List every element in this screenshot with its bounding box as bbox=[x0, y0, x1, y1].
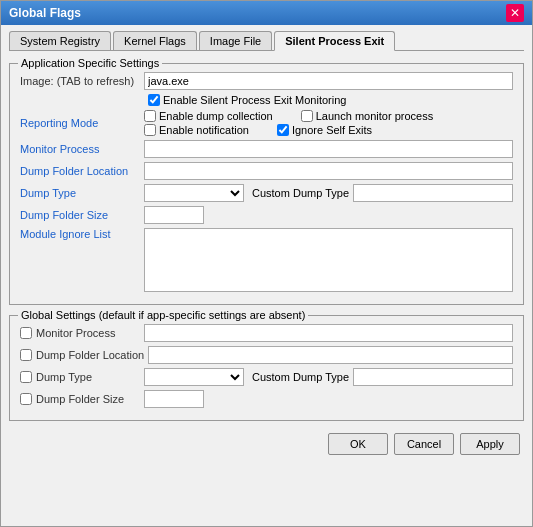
global-monitor-cb-label: Monitor Process bbox=[20, 327, 140, 339]
module-ignore-textarea[interactable] bbox=[144, 228, 513, 292]
global-dump-folder-size-cb-label: Dump Folder Size bbox=[20, 393, 140, 405]
tab-kernel-flags[interactable]: Kernel Flags bbox=[113, 31, 197, 50]
enable-dump-checkbox[interactable] bbox=[144, 110, 156, 122]
ignore-self-checkbox[interactable] bbox=[277, 124, 289, 136]
reporting-mode-row: Reporting Mode Enable dump collection La… bbox=[20, 110, 513, 136]
title-bar: Global Flags ✕ bbox=[1, 1, 532, 25]
tab-silent-process-exit[interactable]: Silent Process Exit bbox=[274, 31, 395, 51]
global-settings-title: Global Settings (default if app-specific… bbox=[18, 309, 308, 321]
reporting-line1: Enable dump collection Launch monitor pr… bbox=[144, 110, 433, 122]
global-dump-type-select[interactable] bbox=[144, 368, 244, 386]
dump-folder-size-input[interactable] bbox=[144, 206, 204, 224]
cancel-button[interactable]: Cancel bbox=[394, 433, 454, 455]
global-dump-folder-input[interactable] bbox=[148, 346, 513, 364]
enable-notification-checkbox[interactable] bbox=[144, 124, 156, 136]
global-dump-folder-checkbox[interactable] bbox=[20, 349, 32, 361]
apply-button[interactable]: Apply bbox=[460, 433, 520, 455]
enable-dump-item: Enable dump collection bbox=[144, 110, 273, 122]
image-label: Image: (TAB to refresh) bbox=[20, 75, 140, 87]
reporting-checkboxes: Enable dump collection Launch monitor pr… bbox=[144, 110, 433, 136]
global-monitor-input[interactable] bbox=[144, 324, 513, 342]
dump-folder-size-row: Dump Folder Size bbox=[20, 206, 513, 224]
global-monitor-checkbox[interactable] bbox=[20, 327, 32, 339]
global-dump-folder-cb-label: Dump Folder Location bbox=[20, 349, 144, 361]
global-dump-folder-row: Dump Folder Location bbox=[20, 346, 513, 364]
dump-type-label: Dump Type bbox=[20, 187, 140, 199]
custom-dump-type-input[interactable] bbox=[353, 184, 513, 202]
close-button[interactable]: ✕ bbox=[506, 4, 524, 22]
monitor-process-input[interactable] bbox=[144, 140, 513, 158]
launch-monitor-label: Launch monitor process bbox=[316, 110, 433, 122]
spe-checkbox-group: Enable Silent Process Exit Monitoring bbox=[148, 94, 513, 106]
global-custom-dump-type-label: Custom Dump Type bbox=[252, 371, 349, 383]
module-ignore-row: Module Ignore List bbox=[20, 228, 513, 292]
global-dump-folder-size-label: Dump Folder Size bbox=[36, 393, 124, 405]
dump-folder-input[interactable] bbox=[144, 162, 513, 180]
tab-image-file[interactable]: Image File bbox=[199, 31, 272, 50]
monitor-process-label: Monitor Process bbox=[20, 143, 140, 155]
global-dump-type-cb-label: Dump Type bbox=[20, 371, 140, 383]
reporting-mode-label: Reporting Mode bbox=[20, 117, 140, 129]
button-row: OK Cancel Apply bbox=[9, 433, 524, 455]
image-input[interactable] bbox=[144, 72, 513, 90]
enable-notification-label: Enable notification bbox=[159, 124, 249, 136]
main-content: System Registry Kernel Flags Image File … bbox=[1, 25, 532, 526]
tab-system-registry[interactable]: System Registry bbox=[9, 31, 111, 50]
app-settings-group: Application Specific Settings Image: (TA… bbox=[9, 63, 524, 305]
global-monitor-label: Monitor Process bbox=[36, 327, 115, 339]
spe-line: Enable Silent Process Exit Monitoring bbox=[148, 94, 513, 106]
global-dump-folder-size-input[interactable] bbox=[144, 390, 204, 408]
global-dump-folder-size-row: Dump Folder Size bbox=[20, 390, 513, 408]
custom-dump-type-label: Custom Dump Type bbox=[252, 187, 349, 199]
global-dump-folder-label: Dump Folder Location bbox=[36, 349, 144, 361]
global-flags-window: Global Flags ✕ System Registry Kernel Fl… bbox=[0, 0, 533, 527]
enable-spe-label: Enable Silent Process Exit Monitoring bbox=[163, 94, 346, 106]
global-custom-dump-type-input[interactable] bbox=[353, 368, 513, 386]
window-title: Global Flags bbox=[9, 6, 81, 20]
module-ignore-label: Module Ignore List bbox=[20, 228, 140, 240]
enable-spe-item: Enable Silent Process Exit Monitoring bbox=[148, 94, 346, 106]
dump-type-row: Dump Type Custom Dump Type bbox=[20, 184, 513, 202]
dump-type-select[interactable] bbox=[144, 184, 244, 202]
launch-monitor-item: Launch monitor process bbox=[301, 110, 433, 122]
dump-folder-size-label: Dump Folder Size bbox=[20, 209, 140, 221]
global-dump-type-checkbox[interactable] bbox=[20, 371, 32, 383]
ignore-self-label: Ignore Self Exits bbox=[292, 124, 372, 136]
global-monitor-row: Monitor Process bbox=[20, 324, 513, 342]
ignore-self-item: Ignore Self Exits bbox=[277, 124, 372, 136]
enable-notification-item: Enable notification bbox=[144, 124, 249, 136]
global-dump-folder-size-checkbox[interactable] bbox=[20, 393, 32, 405]
app-settings-title: Application Specific Settings bbox=[18, 57, 162, 69]
monitor-process-row: Monitor Process bbox=[20, 140, 513, 158]
ok-button[interactable]: OK bbox=[328, 433, 388, 455]
global-dump-type-label: Dump Type bbox=[36, 371, 92, 383]
launch-monitor-checkbox[interactable] bbox=[301, 110, 313, 122]
dump-folder-label: Dump Folder Location bbox=[20, 165, 140, 177]
image-row: Image: (TAB to refresh) bbox=[20, 72, 513, 90]
global-dump-type-row: Dump Type Custom Dump Type bbox=[20, 368, 513, 386]
enable-spe-checkbox[interactable] bbox=[148, 94, 160, 106]
global-settings-group: Global Settings (default if app-specific… bbox=[9, 315, 524, 421]
reporting-line2: Enable notification Ignore Self Exits bbox=[144, 124, 433, 136]
enable-dump-label: Enable dump collection bbox=[159, 110, 273, 122]
dump-folder-row: Dump Folder Location bbox=[20, 162, 513, 180]
tab-bar: System Registry Kernel Flags Image File … bbox=[9, 31, 524, 51]
